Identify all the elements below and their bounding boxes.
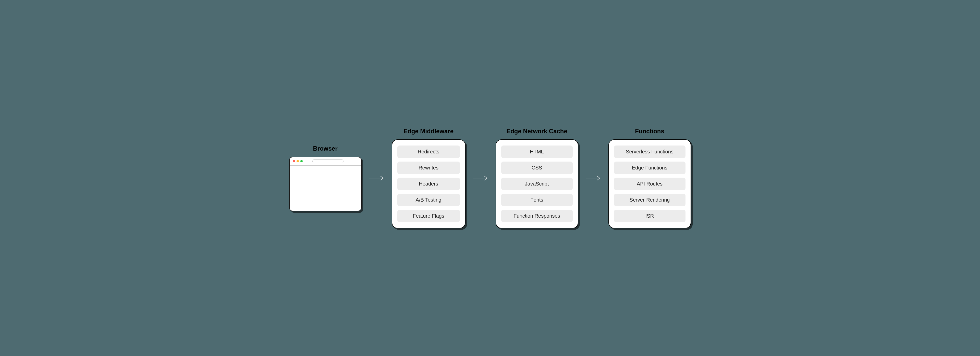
card-edge-middleware: Redirects Rewrites Headers A/B Testing F… (392, 139, 466, 228)
traffic-lights-icon (293, 160, 303, 162)
chip-ab-testing: A/B Testing (397, 194, 460, 206)
column-functions: Functions Serverless Functions Edge Func… (608, 128, 691, 228)
chip-headers: Headers (397, 177, 460, 190)
chip-feature-flags: Feature Flags (397, 210, 460, 222)
architecture-diagram: Browser Edge Middleware Redirects Rewrit… (289, 128, 691, 228)
browser-title-bar (290, 157, 361, 166)
arrow-right-icon (585, 175, 601, 181)
chip-redirects: Redirects (397, 146, 460, 158)
card-functions: Serverless Functions Edge Functions API … (608, 139, 691, 228)
chip-serverless-functions: Serverless Functions (614, 146, 686, 158)
chip-javascript: JavaScript (501, 177, 573, 190)
column-edge-network-cache: Edge Network Cache HTML CSS JavaScript F… (496, 128, 578, 228)
traffic-light-yellow-icon (297, 160, 299, 162)
arrow-right-icon (473, 175, 488, 181)
card-edge-network-cache: HTML CSS JavaScript Fonts Function Respo… (496, 139, 578, 228)
chip-edge-functions: Edge Functions (614, 161, 686, 174)
chip-fonts: Fonts (501, 194, 573, 206)
chip-rewrites: Rewrites (397, 161, 460, 174)
url-bar-placeholder-icon (312, 159, 344, 163)
column-title-cache: Edge Network Cache (506, 128, 567, 135)
column-browser: Browser (289, 145, 362, 211)
chip-css: CSS (501, 161, 573, 174)
traffic-light-red-icon (293, 160, 295, 162)
column-edge-middleware: Edge Middleware Redirects Rewrites Heade… (392, 128, 466, 228)
column-title-functions: Functions (635, 128, 664, 135)
chip-function-responses: Function Responses (501, 210, 573, 222)
arrow-right-icon (369, 175, 385, 181)
chip-api-routes: API Routes (614, 177, 686, 190)
chip-html: HTML (501, 146, 573, 158)
chip-isr: ISR (614, 210, 686, 222)
traffic-light-green-icon (301, 160, 303, 162)
chip-server-rendering: Server-Rendering (614, 194, 686, 206)
browser-window-icon (289, 157, 362, 211)
column-title-middleware: Edge Middleware (404, 128, 453, 135)
column-title-browser: Browser (313, 145, 337, 152)
